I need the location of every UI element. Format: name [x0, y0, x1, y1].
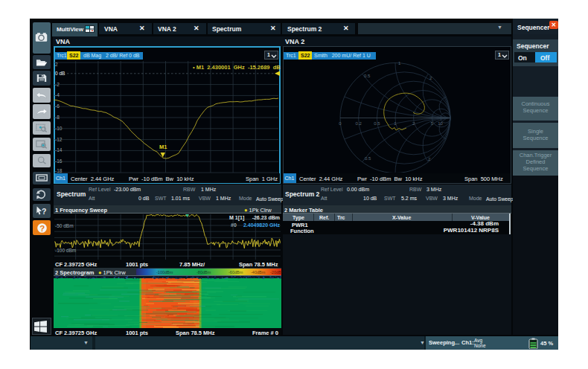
svg-text:0.5: 0.5: [374, 121, 380, 126]
svg-text:1: 1: [397, 173, 400, 173]
svg-text:#0: #0: [231, 222, 237, 228]
svg-text:?: ?: [39, 223, 45, 232]
svg-text:1: 1: [398, 61, 401, 65]
svg-text:2.4049820 GHz: 2.4049820 GHz: [243, 222, 281, 228]
svg-text:0.5: 0.5: [364, 74, 371, 78]
svg-text:2: 2: [429, 76, 432, 80]
svg-text:0.5: 0.5: [365, 156, 371, 161]
svg-text:0: 0: [339, 121, 342, 126]
svg-text:• M1 2.430001 GHz -15.2689: • M1 2.430001 GHz -15.2689 dB: [193, 64, 281, 71]
svg-text:5: 5: [431, 121, 434, 126]
svg-text:M 1[1]: M 1[1]: [229, 215, 244, 221]
svg-text:-100 dBm: -100 dBm: [55, 248, 76, 253]
svg-text:-26.23 dBm: -26.23 dBm: [252, 215, 280, 220]
svg-text:-50 dBm: -50 dBm: [55, 223, 74, 228]
svg-text:0.2: 0.2: [356, 121, 362, 126]
svg-text:M1: M1: [159, 144, 167, 150]
svg-text:?: ?: [42, 208, 46, 216]
svg-text:10: 10: [438, 121, 443, 126]
